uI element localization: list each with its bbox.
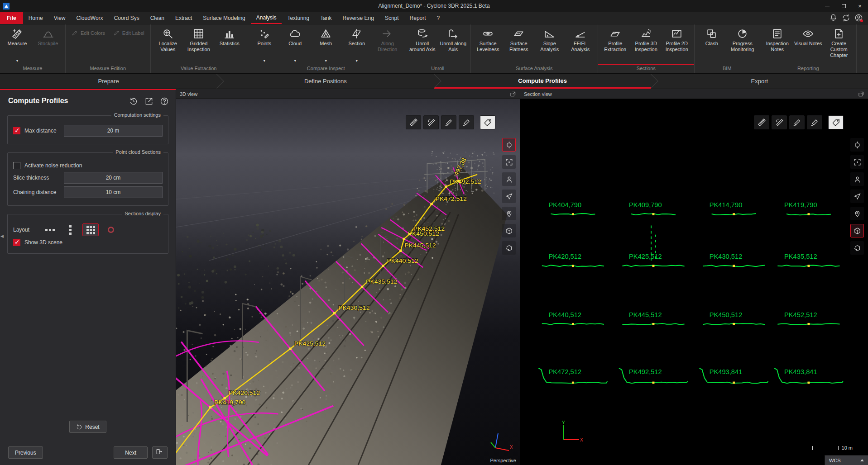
measure-cloud-button[interactable] [423,115,439,129]
workflow-step-export[interactable]: Export [651,74,868,89]
menu-item-view[interactable]: View [48,12,71,24]
section-scene[interactable]: PK404,790PK409,790PK414,790PK419,790PK42… [520,99,868,465]
measure-surface-button[interactable] [789,115,805,129]
label-tag-button[interactable] [828,115,844,129]
popout-icon[interactable] [510,91,516,97]
set-rotation-point-button[interactable] [502,207,516,220]
ff-fl-analysis-button[interactable]: FF/FL Analysis [565,26,596,64]
measure-distance-button[interactable] [754,115,769,129]
menu-item-report[interactable]: Report [404,12,432,24]
workflow-step-define-positions[interactable]: Define Positions [217,74,434,89]
localize-values-button[interactable]: Localize Values [153,26,183,64]
menu-item-clean[interactable]: Clean [145,12,170,24]
projection-mode-label[interactable]: Perspective [490,458,516,463]
menu-item-analysis[interactable]: Analysis [251,12,282,24]
pk-marker [361,286,363,288]
show-3d-scene-checkbox[interactable] [13,239,20,246]
maximize-button[interactable] [835,0,852,12]
label-tag-button[interactable] [480,115,495,129]
menu-item-home[interactable]: Home [23,12,48,24]
measure-cloud-button[interactable] [772,115,787,129]
max-distance-input[interactable] [64,125,163,137]
fly-mode-button[interactable] [502,190,516,203]
measure-button[interactable]: Measure▾ [2,26,33,64]
unroll-along-axis-button[interactable]: Unroll along Axis [438,26,469,64]
create-custom-chapter-button[interactable]: Create Custom Chapter [824,26,854,64]
menu-item-cloudworx[interactable]: CloudWorx [71,12,108,24]
points-button[interactable]: Points▾ [249,26,280,64]
measure-distance-button[interactable] [406,115,421,129]
open-external-button[interactable] [143,95,154,106]
clipping-box-button[interactable] [850,224,864,237]
measure-angle-button[interactable] [807,115,822,129]
profile-2d-inspection-button[interactable]: Profile 2D Inspection [662,26,692,64]
section-view-viewport[interactable]: PK404,790PK409,790PK414,790PK419,790PK42… [520,99,868,465]
statistics-button[interactable]: Statistics [214,26,245,64]
examine-mode-button[interactable] [502,172,516,186]
layout-horizontal-button[interactable] [42,223,58,236]
layout-grid-button[interactable] [82,223,99,236]
section-button[interactable]: Section▾ [341,26,372,64]
surface-levelness-button[interactable]: Surface Levelness [473,26,504,64]
progress-monitoring-button[interactable]: Progress Monitoring [727,26,758,64]
previous-button[interactable]: Previous [8,446,43,459]
menu-item-tank[interactable]: Tank [315,12,337,24]
menu-item-surface-modeling[interactable]: Surface Modeling [197,12,250,24]
mesh-button[interactable]: Mesh▾ [311,26,341,64]
reset-button[interactable]: Reset [69,421,106,433]
chaining-distance-input[interactable] [64,186,163,198]
minimize-button[interactable] [819,0,835,12]
zoom-on-selection-button[interactable] [502,155,516,169]
ribbon-group-label: BIM [696,65,758,73]
finish-and-export-button[interactable] [152,446,168,459]
next-button[interactable]: Next [114,446,148,459]
visual-notes-button[interactable]: Visual Notes [793,26,824,64]
set-rotation-point-button[interactable] [850,207,864,220]
bell-icon [829,14,838,22]
notifications-button[interactable] [827,12,839,24]
surface-flatness-button[interactable]: Surface Flatness [504,26,534,64]
cloud-button[interactable]: Cloud▾ [280,26,311,64]
coordinate-system-selector[interactable]: WCS [825,455,868,465]
slope-analysis-button[interactable]: Slope Analysis [534,26,565,64]
menu-item-extract[interactable]: Extract [170,12,197,24]
help-button[interactable] [158,95,169,106]
workflow-step-prepare[interactable]: Prepare [0,74,217,89]
unroll-around-axis-button[interactable]: Unroll around Axis [407,26,438,64]
popout-icon[interactable] [858,91,864,97]
workflow-step-compute-profiles[interactable]: Compute Profiles [434,74,651,89]
menu-item-[interactable]: ? [432,12,446,24]
menu-item-reverse-eng[interactable]: Reverse Eng [337,12,379,24]
view-rotation-button[interactable] [850,241,864,255]
zoom-on-selection-button[interactable] [850,155,864,169]
menu-item-coord-sys[interactable]: Coord Sys [109,12,145,24]
examine-mode-button[interactable] [850,172,864,186]
max-distance-checkbox[interactable] [13,127,20,134]
menu-item-file[interactable]: File [0,12,23,24]
view-3d-viewport[interactable]: PK419,790PK420,512PK425,512PK430,512PK43… [176,99,520,465]
view-rotation-button[interactable] [502,241,516,255]
menu-item-script[interactable]: Script [379,12,404,24]
measure-surface-button[interactable] [441,115,456,129]
clipping-box-button[interactable] [502,224,516,237]
gridded-inspection-button[interactable]: Gridded Inspection [183,26,214,64]
panel-collapse-handle[interactable]: ◀ [0,233,4,239]
clash-button[interactable]: Clash [696,26,727,64]
layout-vertical-button[interactable] [62,223,78,236]
menu-item-texturing[interactable]: Texturing [282,12,315,24]
slice-thickness-input[interactable] [64,172,163,184]
profile-extraction-button[interactable]: Profile Extraction [600,26,631,64]
account-button[interactable] [853,12,864,24]
layout-circular-button[interactable] [103,223,119,236]
orbit-center-button[interactable] [502,138,516,152]
sync-button[interactable] [840,12,852,24]
noise-reduction-checkbox[interactable] [13,162,20,169]
profile-3d-inspection-button[interactable]: Profile 3D Inspection [631,26,662,64]
3d-scene[interactable]: PK419,790PK420,512PK425,512PK430,512PK43… [176,99,520,465]
fly-mode-button[interactable] [850,190,864,203]
measure-angle-button[interactable] [459,115,474,129]
restore-defaults-button[interactable] [128,95,139,106]
inspection-notes-button[interactable]: Inspection Notes [762,26,793,64]
orbit-center-button[interactable] [850,138,864,152]
close-button[interactable]: × [852,0,868,12]
